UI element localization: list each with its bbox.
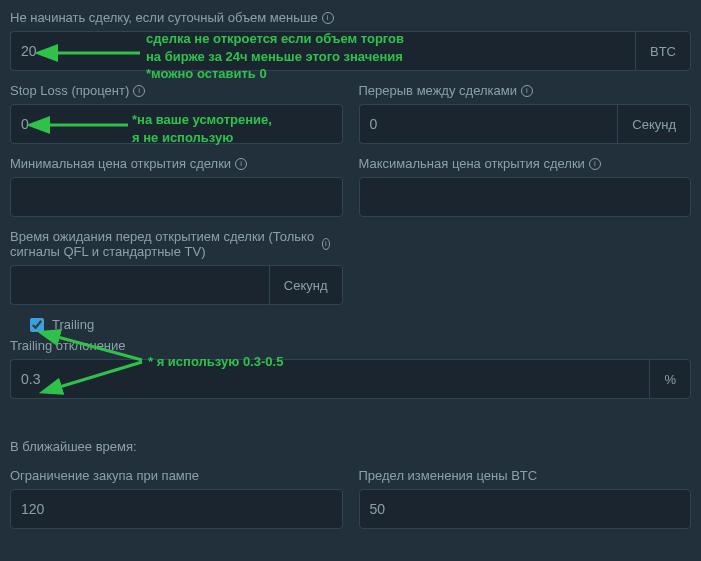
break-between-suffix: Секунд [617,104,691,144]
label-text: Trailing отклонение [10,338,126,353]
info-icon[interactable]: i [322,238,330,250]
label-text: Stop Loss (процент) [10,83,129,98]
btc-price-limit-label: Предел изменения цены BTC [359,468,692,483]
label-text: Минимальная цена открытия сделки [10,156,231,171]
break-between-label: Перерыв между сделками i [359,83,692,98]
trailing-deviation-label: Trailing отклонение [10,338,691,353]
info-icon[interactable]: i [133,85,145,97]
info-icon[interactable]: i [235,158,247,170]
daily-volume-input[interactable] [10,31,635,71]
label-text: Ограничение закупа при пампе [10,468,199,483]
pump-limit-input[interactable] [10,489,343,529]
max-open-label: Максимальная цена открытия сделки i [359,156,692,171]
wait-time-label: Время ожидания перед открытием сделки (Т… [10,229,330,259]
coming-soon-title: В ближайшее время: [10,439,691,454]
min-open-label: Минимальная цена открытия сделки i [10,156,343,171]
break-between-input[interactable] [359,104,618,144]
trailing-checkbox-row: Trailing [30,317,691,332]
wait-time-input[interactable] [10,265,269,305]
trailing-deviation-input[interactable] [10,359,649,399]
min-open-input[interactable] [10,177,343,217]
btc-price-limit-input[interactable] [359,489,692,529]
label-text: Максимальная цена открытия сделки [359,156,585,171]
daily-volume-suffix: BTC [635,31,691,71]
label-text: Предел изменения цены BTC [359,468,538,483]
label-text: Перерыв между сделками [359,83,517,98]
stop-loss-input[interactable] [10,104,343,144]
pump-limit-label: Ограничение закупа при пампе [10,468,343,483]
max-open-input[interactable] [359,177,692,217]
info-icon[interactable]: i [521,85,533,97]
trailing-checkbox[interactable] [30,318,44,332]
wait-time-suffix: Секунд [269,265,343,305]
trailing-deviation-suffix: % [649,359,691,399]
info-icon[interactable]: i [589,158,601,170]
trailing-checkbox-label: Trailing [52,317,94,332]
stop-loss-label: Stop Loss (процент) i [10,83,343,98]
info-icon[interactable]: i [322,12,334,24]
label-text: Время ожидания перед открытием сделки (Т… [10,229,318,259]
daily-volume-label: Не начинать сделку, если суточный объем … [10,10,691,25]
label-text: Не начинать сделку, если суточный объем … [10,10,318,25]
